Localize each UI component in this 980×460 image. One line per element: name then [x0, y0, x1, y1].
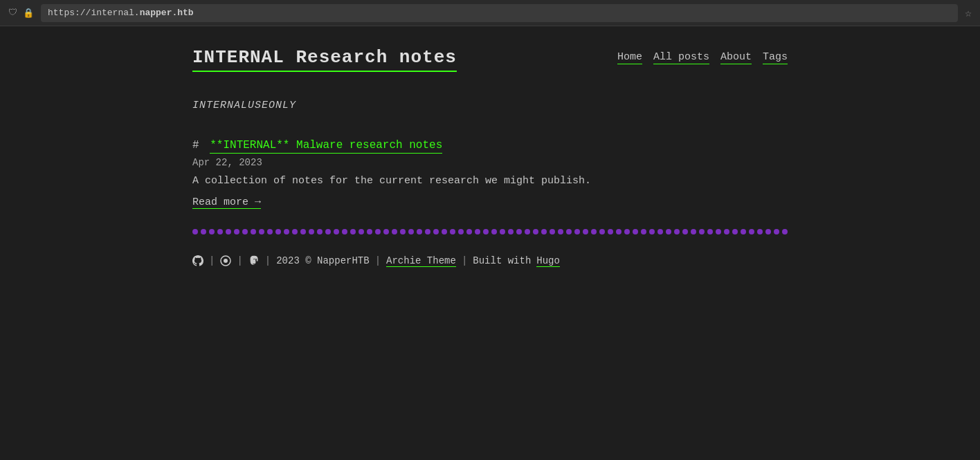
- footer-built-with: Built with: [473, 255, 531, 266]
- divider-dots: [192, 229, 788, 234]
- divider-dot: [251, 229, 256, 234]
- github-icon[interactable]: [192, 255, 203, 266]
- divider-dot: [309, 229, 314, 234]
- divider-dot: [458, 229, 464, 234]
- divider-dot: [641, 229, 646, 234]
- divider-dot: [234, 229, 239, 234]
- divider-dot: [359, 229, 364, 234]
- divider-dot: [666, 229, 671, 234]
- site-header: INTERNAL Research notes Home All posts A…: [192, 47, 788, 72]
- nav-home[interactable]: Home: [617, 51, 642, 64]
- page-content: INTERNAL Research notes Home All posts A…: [179, 26, 801, 288]
- divider-dot: [716, 229, 721, 234]
- post-excerpt: A collection of notes for the current re…: [192, 174, 788, 190]
- footer-separator: |: [375, 255, 381, 266]
- divider-dot: [334, 229, 339, 234]
- browser-security-icons: 🛡 🔒: [8, 8, 34, 19]
- divider-dot: [375, 229, 381, 234]
- divider-dot: [342, 229, 347, 234]
- divider-dot: [574, 229, 580, 234]
- nav-about[interactable]: About: [720, 51, 752, 64]
- divider-dot: [732, 229, 738, 234]
- divider-dot: [400, 229, 406, 234]
- divider-dot: [741, 229, 746, 234]
- divider-dot: [483, 229, 489, 234]
- divider-dot: [242, 229, 248, 234]
- divider-dot: [267, 229, 273, 234]
- divider-dot: [259, 229, 264, 234]
- divider-dot: [417, 229, 422, 234]
- divider-dot: [774, 229, 779, 234]
- divider-dot: [583, 229, 588, 234]
- divider-dot: [408, 229, 414, 234]
- footer-separator: |: [462, 255, 467, 266]
- divider-dot: [508, 229, 514, 234]
- svg-point-1: [224, 259, 228, 263]
- divider-dot: [292, 229, 298, 234]
- divider-dot: [566, 229, 572, 234]
- divider-dot: [533, 229, 538, 234]
- divider-dot: [392, 229, 397, 234]
- divider-dot: [541, 229, 547, 234]
- divider-dot: [599, 229, 605, 234]
- footer-separator: |: [209, 255, 215, 266]
- divider-dot: [425, 229, 430, 234]
- divider-dot: [491, 229, 497, 234]
- site-footer: |||2023 © NapperHTB|Archie Theme|Built w…: [192, 255, 788, 267]
- divider-dot: [624, 229, 630, 234]
- browser-chrome: 🛡 🔒 https://internal.napper.htb ☆: [0, 0, 980, 26]
- divider-dot: [275, 229, 281, 234]
- divider-dot: [707, 229, 713, 234]
- url-prefix: https://internal.: [48, 8, 140, 18]
- mastodon-icon[interactable]: [248, 255, 260, 266]
- nav-tags[interactable]: Tags: [763, 51, 788, 64]
- footer-copyright: 2023 © NapperHTB: [276, 255, 369, 266]
- site-title[interactable]: INTERNAL Research notes: [192, 47, 457, 72]
- divider-dot: [450, 229, 455, 234]
- site-tagline: INTERNALUSEONLY: [192, 100, 788, 111]
- divider-dot: [383, 229, 389, 234]
- divider-dot: [325, 229, 331, 234]
- post-title-link[interactable]: **INTERNAL** Malware research notes: [210, 139, 442, 154]
- divider-dot: [558, 229, 563, 234]
- divider-dot: [433, 229, 439, 234]
- divider-dot: [317, 229, 323, 234]
- divider-dot: [525, 229, 530, 234]
- divider-dot: [516, 229, 522, 234]
- bookmark-star-icon[interactable]: ☆: [965, 6, 972, 20]
- gitea-icon[interactable]: [220, 255, 231, 266]
- post-date: Apr 22, 2023: [192, 157, 788, 168]
- url-bar[interactable]: https://internal.napper.htb: [41, 4, 958, 22]
- read-more-link[interactable]: Read more →: [192, 196, 261, 209]
- theme-link[interactable]: Archie Theme: [386, 255, 456, 267]
- post-hash-symbol: #: [192, 139, 199, 151]
- divider-dot: [500, 229, 505, 234]
- hugo-link[interactable]: Hugo: [536, 255, 560, 267]
- divider-dot: [633, 229, 638, 234]
- site-nav: Home All posts About Tags: [617, 51, 788, 64]
- divider-dot: [765, 229, 771, 234]
- divider-dot: [757, 229, 763, 234]
- divider-dot: [550, 229, 555, 234]
- divider-dot: [475, 229, 480, 234]
- divider-dot: [350, 229, 356, 234]
- divider-dot: [649, 229, 655, 234]
- divider-dot: [442, 229, 447, 234]
- divider-dot: [616, 229, 621, 234]
- divider-dot: [466, 229, 472, 234]
- divider-dot: [674, 229, 680, 234]
- divider-dot: [209, 229, 215, 234]
- divider-dot: [782, 229, 788, 234]
- divider-dot: [192, 229, 198, 234]
- divider-dot: [657, 229, 663, 234]
- lock-icon: 🔒: [23, 8, 34, 19]
- footer-separator: |: [265, 255, 271, 266]
- url-domain: napper.htb: [140, 8, 194, 18]
- divider-dot: [591, 229, 597, 234]
- divider-dot: [284, 229, 289, 234]
- divider-dot: [749, 229, 754, 234]
- divider-dot: [226, 229, 231, 234]
- nav-all-posts[interactable]: All posts: [653, 51, 709, 64]
- divider-dot: [201, 229, 206, 234]
- divider-dot: [367, 229, 372, 234]
